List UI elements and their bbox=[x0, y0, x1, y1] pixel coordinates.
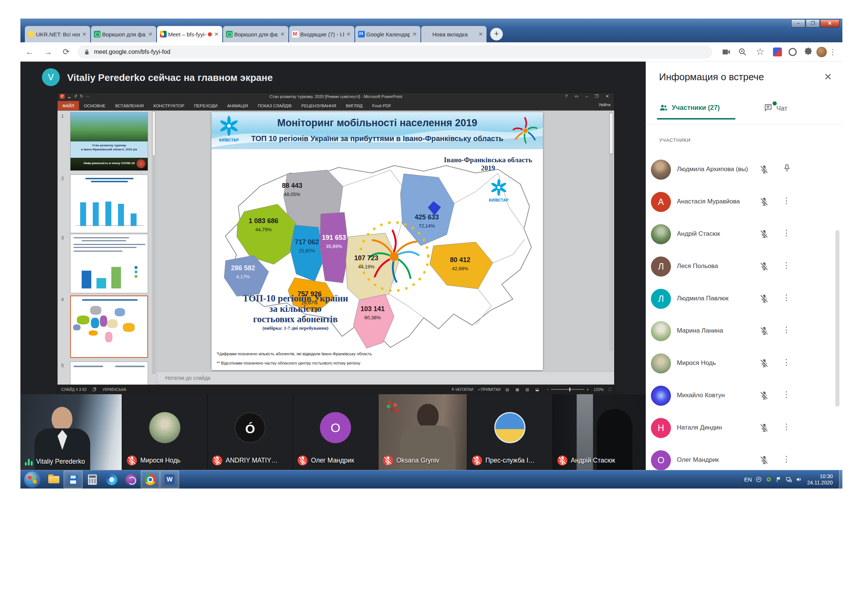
participant-menu-icon[interactable]: ⋮ bbox=[782, 454, 790, 464]
mic-off-icon[interactable] bbox=[759, 455, 769, 467]
thumb-map-region bbox=[73, 324, 81, 330]
close-button[interactable]: ✕ bbox=[820, 19, 839, 28]
slide-thumbnail[interactable] bbox=[70, 296, 148, 358]
slide-thumbnail[interactable] bbox=[70, 361, 148, 385]
tile-name: ANDRIY MATIY… bbox=[226, 457, 277, 464]
slide-thumbnail[interactable] bbox=[70, 234, 148, 293]
mic-off-icon[interactable] bbox=[759, 326, 769, 338]
ppt-comments-toggle: ▪ ПРИМІТКИ bbox=[478, 387, 501, 392]
browser-tab-strip: UKR.NET: Всі новини Укр✕Воркшоп для фахі… bbox=[20, 19, 842, 42]
taskbar-word-icon[interactable]: W bbox=[160, 470, 179, 488]
video-tile[interactable]: Oksana Gryniv bbox=[378, 394, 468, 470]
start-button[interactable] bbox=[24, 471, 40, 488]
thumb-bar bbox=[105, 202, 111, 226]
slide-thumbnail[interactable] bbox=[70, 174, 148, 233]
tab-participants[interactable]: Участники (27) bbox=[659, 103, 720, 112]
taskbar-edge-icon[interactable] bbox=[102, 470, 121, 488]
browser-tab[interactable]: UKR.NET: Всі новини Укр✕ bbox=[25, 26, 90, 42]
extension-favicon[interactable] bbox=[773, 48, 782, 56]
browser-tab[interactable]: Входящие (7) - I.konsevic✕ bbox=[289, 26, 354, 42]
mic-off-icon[interactable] bbox=[759, 294, 769, 305]
tabs-container: UKR.NET: Всі новини Укр✕Воркшоп для фахі… bbox=[25, 26, 503, 42]
mic-off-icon[interactable] bbox=[759, 391, 769, 402]
bookmark-star-icon[interactable]: ☆ bbox=[751, 46, 770, 57]
taskbar-save-icon[interactable] bbox=[64, 470, 83, 488]
tray-volume-icon[interactable] bbox=[796, 476, 802, 482]
extensions-puzzle-icon[interactable] bbox=[803, 47, 813, 57]
pin-icon[interactable] bbox=[782, 164, 792, 175]
camera-in-use-icon[interactable] bbox=[721, 47, 731, 57]
tray-up-arrow-icon[interactable] bbox=[756, 476, 762, 482]
mic-off-icon[interactable] bbox=[759, 358, 769, 370]
minimize-button[interactable]: – bbox=[791, 19, 805, 28]
slide-thumbnail[interactable]: Стан розвитку туризмув Івано-Франківські… bbox=[70, 112, 148, 171]
sidebar-scrollbar[interactable] bbox=[835, 230, 839, 406]
mic-off-icon[interactable] bbox=[759, 423, 769, 434]
maximize-button[interactable]: ❐ bbox=[806, 19, 820, 28]
browser-tab[interactable]: Воркшоп для фахівців з✕ bbox=[91, 26, 156, 42]
browser-menu-icon[interactable]: ⋮ bbox=[827, 48, 839, 56]
tab-close-icon[interactable]: ✕ bbox=[346, 31, 352, 37]
participant-name: Олег Мандрик bbox=[677, 456, 719, 464]
taskbar-chrome-icon[interactable] bbox=[141, 470, 160, 488]
ppt-thumbnail-panel: 1Стан розвитку туризмув Івано-Франківськ… bbox=[57, 111, 157, 385]
mic-off-icon[interactable] bbox=[759, 229, 769, 240]
taskbar-torrent-icon[interactable] bbox=[121, 470, 141, 488]
tray-center-icon[interactable] bbox=[766, 476, 772, 482]
extension-circle-icon[interactable] bbox=[789, 48, 797, 56]
forward-icon[interactable]: → bbox=[39, 47, 57, 57]
sidebar-title: Информация о встрече bbox=[659, 71, 764, 83]
browser-tab[interactable]: Воркшоп для фахівців з✕ bbox=[223, 26, 288, 42]
address-bar[interactable]: meet.google.com/bfs-fyyi-fod bbox=[78, 45, 712, 59]
video-tile[interactable]: Vitaliy Perederko bbox=[20, 394, 122, 470]
thumb-map-region bbox=[77, 316, 90, 324]
tab-chat[interactable]: Чат bbox=[764, 103, 787, 114]
participant-row: Людмила Архипова (вы) bbox=[646, 154, 842, 186]
participant-menu-icon[interactable]: ⋮ bbox=[782, 325, 790, 335]
new-tab-button[interactable]: + bbox=[490, 28, 503, 40]
show-desktop-button[interactable] bbox=[839, 470, 842, 488]
back-icon[interactable]: ← bbox=[20, 47, 39, 57]
region-pct-label: 35,69% bbox=[326, 243, 343, 249]
reload-icon[interactable]: ⟳ bbox=[57, 47, 74, 57]
tab-close-icon[interactable]: ✕ bbox=[412, 31, 417, 37]
video-tile[interactable]: Андрій Стасюк bbox=[553, 394, 646, 470]
participant-menu-icon[interactable]: ⋮ bbox=[782, 260, 790, 270]
tab-close-icon[interactable]: ✕ bbox=[279, 31, 285, 37]
tab-close-icon[interactable]: ✕ bbox=[147, 31, 153, 37]
video-tile[interactable]: ÓANDRIY MATIY… bbox=[208, 394, 293, 470]
tab-close-icon[interactable]: ✕ bbox=[81, 31, 87, 37]
taskbar-folder-icon[interactable] bbox=[44, 470, 64, 488]
participant-menu-icon[interactable]: ⋮ bbox=[782, 390, 790, 399]
tray-network-icon[interactable] bbox=[786, 476, 792, 482]
tab-close-icon[interactable]: ✕ bbox=[477, 31, 484, 37]
participant-menu-icon[interactable]: ⋮ bbox=[782, 422, 790, 432]
video-tile[interactable]: Мирося Нодь bbox=[122, 394, 208, 470]
browser-tab[interactable]: Google Календарь - втор✕ bbox=[355, 26, 420, 42]
taskbar-calculator-icon[interactable] bbox=[83, 470, 102, 488]
gmail-favicon-icon bbox=[292, 31, 299, 37]
participant-row: Андрій Стасюк⋮ bbox=[646, 218, 842, 251]
video-tile[interactable]: Прес-служба І… bbox=[468, 394, 553, 470]
tray-flag-icon[interactable] bbox=[776, 476, 782, 482]
zoom-page-icon[interactable] bbox=[738, 47, 747, 57]
participant-menu-icon[interactable]: ⋮ bbox=[782, 196, 790, 206]
mic-off-icon[interactable] bbox=[759, 197, 769, 208]
profile-avatar[interactable] bbox=[817, 47, 827, 57]
browser-tab[interactable]: Meet – bfs-fyyi-fod✕ bbox=[157, 26, 222, 42]
sidebar-close-icon[interactable]: ✕ bbox=[824, 71, 832, 83]
browser-tab[interactable]: Нова вкладка✕ bbox=[421, 26, 487, 42]
participants-list: Людмила Архипова (вы)ААнастасія Муравйов… bbox=[646, 154, 842, 470]
windows-taskbar: W EN 10:30 24.11.2020 bbox=[20, 470, 842, 488]
divider bbox=[646, 124, 842, 124]
participant-menu-icon[interactable]: ⋮ bbox=[782, 358, 790, 367]
tab-close-icon[interactable]: ✕ bbox=[213, 31, 219, 37]
taskbar-clock[interactable]: 10:30 24.11.2020 bbox=[807, 473, 833, 486]
video-tile[interactable]: ООлег Мандрик bbox=[293, 394, 378, 470]
mic-off-icon[interactable] bbox=[759, 164, 769, 176]
tile-label: Прес-служба І… bbox=[472, 456, 535, 465]
mic-off-icon[interactable] bbox=[759, 261, 769, 273]
tray-language[interactable]: EN bbox=[744, 476, 752, 482]
participant-menu-icon[interactable]: ⋮ bbox=[782, 228, 790, 238]
participant-menu-icon[interactable]: ⋮ bbox=[782, 293, 790, 302]
